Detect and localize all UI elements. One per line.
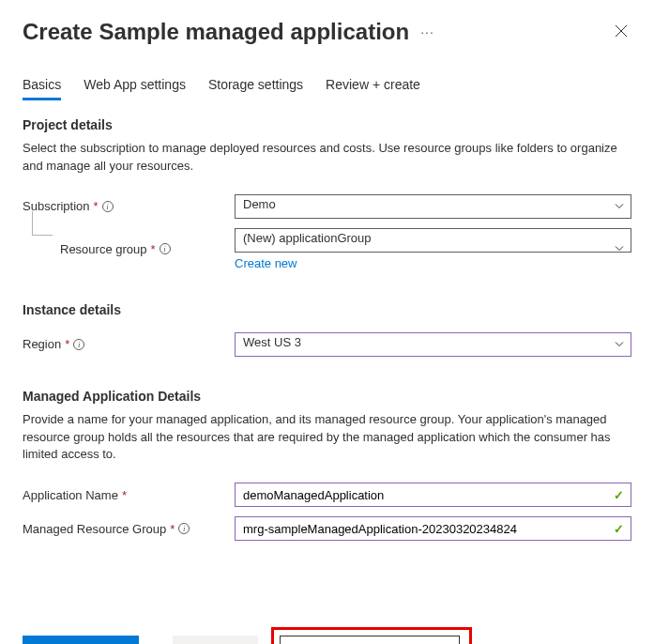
more-actions-icon[interactable]: ··· — [420, 24, 434, 39]
required-icon: * — [65, 337, 69, 351]
required-icon: * — [151, 242, 156, 256]
close-icon — [615, 24, 628, 38]
create-new-link[interactable]: Create new — [235, 256, 297, 270]
check-icon: ✓ — [614, 488, 624, 502]
managed-app-details-desc: Provide a name for your managed applicat… — [23, 411, 631, 465]
tabs-bar: Basics Web App settings Storage settings… — [23, 71, 631, 100]
application-name-input[interactable] — [235, 483, 631, 507]
application-name-label: Application Name — [23, 488, 118, 502]
footer-actions: Review + create < Previous Next : Web Ap… — [23, 627, 631, 644]
info-icon[interactable]: i — [102, 201, 114, 212]
tab-storage-settings[interactable]: Storage settings — [208, 71, 303, 100]
review-create-button[interactable]: Review + create — [23, 636, 139, 644]
required-icon: * — [122, 488, 127, 502]
info-icon[interactable]: i — [160, 243, 171, 254]
page-title: Create Sample managed application — [23, 19, 409, 45]
project-details-heading: Project details — [23, 117, 631, 132]
subscription-select[interactable]: Demo — [235, 194, 631, 219]
check-icon: ✓ — [614, 522, 624, 536]
highlight-annotation: Next : Web App settings > — [271, 627, 472, 644]
instance-details-heading: Instance details — [23, 302, 631, 317]
managed-resource-group-label: Managed Resource Group — [23, 522, 166, 536]
tab-review-create[interactable]: Review + create — [326, 71, 420, 100]
resource-group-select[interactable]: (New) applicationGroup — [235, 228, 631, 253]
project-details-desc: Select the subscription to manage deploy… — [23, 140, 631, 176]
resource-group-label: Resource group — [60, 242, 147, 256]
close-button[interactable] — [611, 21, 631, 44]
info-icon[interactable]: i — [73, 339, 84, 350]
tree-connector — [32, 211, 53, 236]
region-select[interactable]: West US 3 — [235, 332, 631, 357]
required-icon: * — [94, 199, 99, 213]
tab-basics[interactable]: Basics — [23, 71, 61, 100]
required-icon: * — [170, 522, 175, 536]
managed-resource-group-input[interactable] — [235, 516, 631, 541]
managed-app-details-heading: Managed Application Details — [23, 389, 631, 404]
region-label: Region — [23, 337, 61, 351]
previous-button: < Previous — [173, 636, 259, 644]
tab-web-app-settings[interactable]: Web App settings — [84, 71, 186, 100]
next-button[interactable]: Next : Web App settings > — [280, 636, 460, 644]
info-icon[interactable]: i — [178, 523, 190, 534]
